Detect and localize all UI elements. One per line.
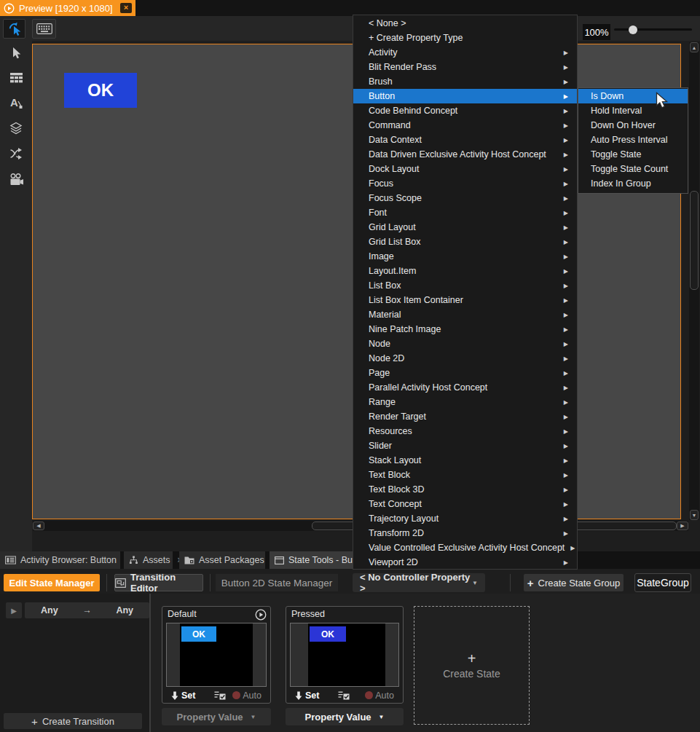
menu-item[interactable]: List Box ▶ [353,278,577,293]
menu-item[interactable]: Node ▶ [353,337,577,351]
menu-item[interactable]: < None > [353,16,577,31]
menu-item[interactable]: Viewport 2D ▶ [353,555,577,570]
menu-item[interactable]: Parallel Activity Host Concept ▶ [353,380,577,395]
menu-item[interactable]: Resources ▶ [353,424,577,438]
edit-state-manager-button[interactable]: Edit State Manager [4,574,100,591]
property-value-dropdown-pressed[interactable]: Property Value ▼ [286,708,404,725]
scroll-right-icon[interactable]: ▶ [677,522,688,530]
submenu-item[interactable]: Index In Group [578,176,688,191]
create-state-group-button[interactable]: + Create State Group [524,574,624,591]
menu-item[interactable]: Trajectory Layout ▶ [353,511,577,526]
menu-item[interactable]: Material ▶ [353,307,577,322]
interact-mode-button[interactable] [3,19,25,39]
menu-item[interactable]: Activity ▶ [353,45,577,60]
tab-assets[interactable]: Assets × [124,551,173,569]
scroll-up-icon[interactable]: ▲ [690,42,699,52]
menu-item[interactable]: Image ▶ [353,249,577,264]
menu-item[interactable]: Layout.Item ▶ [353,264,577,278]
zoom-slider-thumb[interactable] [629,25,637,34]
state-card-default[interactable]: Default OK Set Auto [162,606,271,704]
plus-icon: + [31,715,38,728]
submenu-item[interactable]: Is Down [578,89,688,103]
assets-icon [129,556,138,564]
menu-item[interactable]: Node 2D ▶ [353,351,577,366]
menu-item[interactable]: Text Block ▶ [353,468,577,482]
menu-item[interactable]: + Create Property Type [353,31,577,45]
submenu-item[interactable]: Down On Hover [578,118,688,133]
close-icon[interactable]: × [120,3,132,13]
submenu-item[interactable]: Hold Interval [578,103,688,118]
zoom-slider-track[interactable] [614,28,692,31]
left-tool-rail: A [0,41,32,551]
branch-tool-button[interactable] [8,146,24,162]
menu-item[interactable]: Code Behind Concept ▶ [353,103,577,118]
layers-icon[interactable] [8,120,24,136]
menu-item[interactable]: Grid Layout ▶ [353,220,577,235]
menu-item[interactable]: Brush ▶ [353,74,577,89]
set-button[interactable]: Set [181,690,195,701]
tab-asset-packages[interactable]: Asset Packages × [179,551,265,569]
menu-item[interactable]: Font ▶ [353,205,577,220]
submenu-arrow-icon: ▶ [558,428,568,435]
state-group-name-field[interactable]: StateGroup [634,573,691,592]
menu-item[interactable]: Stack Layout ▶ [353,453,577,468]
set-button[interactable]: Set [305,690,319,701]
property-value-dropdown-default[interactable]: Property Value ▼ [162,708,271,725]
set-arrow-icon[interactable] [295,691,302,700]
transition-any-any[interactable]: Any → Any [25,602,149,618]
scroll-left-icon[interactable]: ◀ [33,522,44,530]
controller-property-dropdown[interactable]: < No Controller Property > ▼ [353,573,485,592]
table-view-button[interactable] [8,70,24,86]
select-tool-button[interactable] [8,45,24,61]
submenu-arrow-icon: ▶ [558,530,568,537]
camera-icon[interactable] [8,171,24,187]
create-transition-button[interactable]: + Create Transition [4,713,142,729]
vertical-scrollbar-thumb[interactable] [690,191,699,290]
menu-item[interactable]: Nine Patch Image ▶ [353,322,577,337]
property-list-icon[interactable] [338,690,350,701]
scroll-down-icon[interactable]: ▼ [690,510,699,520]
create-state-button[interactable]: + Create State [414,606,530,725]
menu-item[interactable]: Button ▶ [353,89,577,103]
menu-item[interactable]: Slider ▶ [353,438,577,453]
submenu-item[interactable]: Toggle State Count [578,162,688,176]
transition-editor-button[interactable]: Transition Editor [114,574,203,591]
divider [149,594,151,732]
submenu-arrow-icon: ▶ [558,559,568,566]
vertical-scrollbar[interactable]: ▲ ▼ [689,42,699,520]
menu-item[interactable]: Page ▶ [353,366,577,380]
menu-item[interactable]: Transform 2D ▶ [353,526,577,540]
play-transition-icon[interactable]: ▶ [6,602,22,618]
auto-toggle[interactable]: Auto [232,690,261,701]
tab-activity-browser[interactable]: Activity Browser: Button × [0,551,120,569]
submenu-item[interactable]: Auto Press Interval [578,133,688,147]
menu-item[interactable]: Text Block 3D ▶ [353,482,577,497]
menu-item[interactable]: Range ▶ [353,395,577,409]
menu-item-label: Page [369,368,390,378]
menu-item[interactable]: Grid List Box ▶ [353,235,577,249]
preview-window-tab[interactable]: Preview [1920 x 1080] × [0,0,135,16]
menu-item[interactable]: Focus ▶ [353,176,577,191]
auto-toggle[interactable]: Auto [365,690,394,701]
state-card-pressed[interactable]: Pressed OK Set Auto [286,606,404,704]
menu-item[interactable]: Render Target ▶ [353,409,577,424]
virtual-keyboard-button[interactable] [32,19,56,39]
menu-item[interactable]: List Box Item Container ▶ [353,293,577,307]
menu-item[interactable]: Data Context ▶ [353,133,577,147]
menu-item[interactable]: Text Concept ▶ [353,497,577,511]
property-list-icon[interactable] [214,690,226,701]
submenu-item[interactable]: Toggle State [578,147,688,162]
preview-state-play-icon[interactable] [255,609,267,621]
menu-item[interactable]: Data Driven Exclusive Activity Host Conc… [353,147,577,162]
tab-label: Assets [143,555,170,565]
menu-item[interactable]: Command ▶ [353,118,577,133]
menu-item[interactable]: Blit Render Pass ▶ [353,60,577,74]
text-tool-button[interactable]: A [8,95,24,111]
menu-item[interactable]: Dock Layout ▶ [353,162,577,176]
menu-item[interactable]: Focus Scope ▶ [353,191,577,205]
chevron-down-icon: ▼ [251,714,256,720]
preview-ok-button[interactable]: OK [64,73,137,108]
set-arrow-icon[interactable] [171,691,178,700]
menu-item[interactable]: Value Controlled Exclusive Activity Host… [353,540,577,555]
state-tools-window-icon [275,556,284,564]
